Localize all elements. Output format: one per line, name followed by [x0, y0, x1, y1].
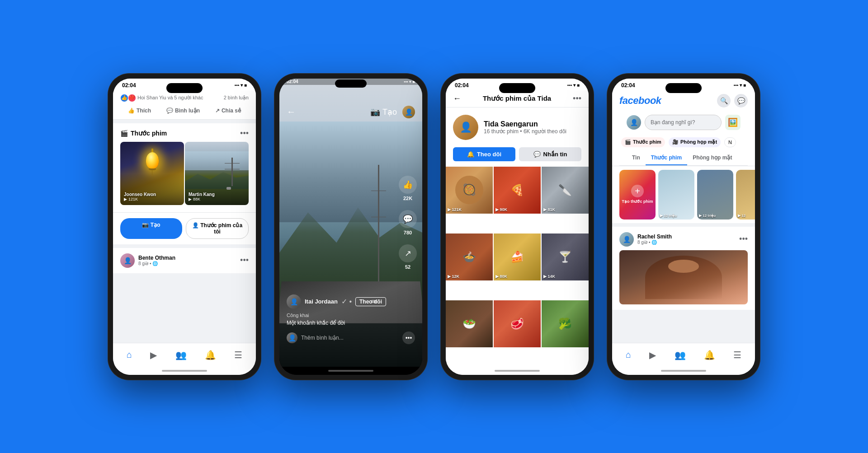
quick-reels[interactable]: 🎬 Thước phim — [621, 137, 665, 147]
nav-reels-1[interactable]: ▶ — [146, 348, 160, 362]
video-cell-9[interactable]: 🥦 — [542, 300, 589, 347]
side-actions: 👍 22K 💬 780 ↗ 52 — [399, 176, 417, 270]
back-button[interactable]: ← — [287, 107, 296, 117]
quick-rooms[interactable]: 🎥 Phòng họp mặt — [669, 137, 721, 147]
quick-more[interactable]: N — [724, 137, 736, 147]
post-preview: 👤 Bente Othman 8 giờ • 🌐 ••• — [113, 248, 256, 273]
phone-4-screen: 02:04 ▪▪▪ ▾ ■ facebook 🔍 💬 👤 — [612, 79, 755, 375]
my-reels-btn[interactable]: 👤 Thước phim của tôi — [186, 218, 249, 239]
dynamic-island-2 — [335, 79, 367, 88]
create-plus-icon: + — [631, 185, 644, 197]
profile-back-btn[interactable]: ← — [453, 94, 461, 103]
play-icon-1: ▶ — [124, 197, 127, 201]
reel1-views: ▶ 121K — [124, 197, 180, 201]
comment-placeholder[interactable]: Thêm bình luận... — [301, 335, 399, 341]
nav-reels-4[interactable]: ▶ — [646, 348, 660, 362]
rachel-meta: 8 giờ • 🌐 — [637, 240, 672, 245]
love-emoji: ❤️ — [128, 94, 136, 102]
profile-more-btn[interactable]: ••• — [573, 94, 581, 103]
reels-more-btn[interactable]: ••• — [240, 129, 249, 138]
nav-home-4[interactable]: ⌂ — [622, 348, 635, 362]
creator-avatar: 👤 — [287, 294, 301, 309]
share-action[interactable]: ↗ 52 — [399, 244, 417, 270]
nav-people-1[interactable]: 👥 — [172, 348, 190, 362]
nav-bell-4[interactable]: 🔔 — [700, 348, 719, 362]
like-button[interactable]: 👍 Thích — [128, 107, 151, 114]
post-username: Bente Othman — [138, 255, 175, 261]
status-icons-4: ▪▪▪ ▾ ■ — [734, 83, 746, 88]
video-cell-3[interactable]: 🔪 ▶ 81K — [542, 167, 589, 214]
bottom-nav-1: ⌂ ▶ 👥 🔔 ☰ — [113, 343, 256, 367]
phone-2-screen: 02:04 ▪▪▪ ▾ ■ ← 📷 Tạo 👤 — [279, 79, 422, 375]
nav-menu-4[interactable]: ☰ — [730, 348, 745, 362]
reels-section: 🎬 Thước phim ••• — [113, 123, 256, 244]
phone-3-screen: 02:04 ▪▪▪ ▾ ■ ← Thước phim của Tida ••• … — [446, 79, 589, 375]
rachel-post-more[interactable]: ••• — [739, 234, 748, 244]
camera-icon[interactable]: 📷 Tạo — [370, 107, 397, 117]
user-avatar-2[interactable]: 👤 — [402, 106, 415, 118]
what-thinking-bar: 👤 Bạn đang nghĩ gì? 🖼️ — [619, 111, 748, 134]
rachel-video-thumb[interactable] — [619, 250, 748, 304]
reels-top-area: 02:04 ▪▪▪ ▾ ■ — [279, 79, 422, 85]
share-count: 52 — [405, 264, 410, 270]
profile-avatar: 👤 — [453, 115, 478, 140]
comment-action[interactable]: 💬 780 — [399, 210, 417, 235]
phone-4-content: facebook 🔍 💬 👤 Bạn đang nghĩ gì? 🖼️ — [612, 90, 755, 343]
tab-feed[interactable]: Tin — [627, 151, 646, 165]
follow-button-2[interactable]: Theo dõi — [355, 297, 386, 306]
reel-preview-3[interactable]: ▶ 12 — [736, 170, 755, 219]
message-button[interactable]: 💬 Nhắn tin — [519, 147, 581, 161]
post-more-btn[interactable]: ••• — [240, 256, 249, 265]
create-reel-label: Tạo thước phim — [622, 199, 653, 204]
create-reel-card[interactable]: + Tạo thước phim — [619, 170, 656, 219]
comment-more-btn[interactable]: ••• — [402, 332, 415, 344]
comment-icon-circle: 💬 — [399, 210, 417, 228]
reel-preview-2[interactable]: ▶ 12 triệu — [697, 170, 733, 219]
reaction-text: Hoi Shan Yiu và 5 người khác — [137, 95, 203, 101]
tab-reels[interactable]: Thước phim — [646, 151, 687, 165]
video-cell-8[interactable]: 🥩 — [494, 300, 541, 347]
search-button[interactable]: 🔍 — [717, 94, 731, 107]
reels-section-title: 🎬 Thước phim — [120, 130, 167, 137]
follow-button-3[interactable]: 🔔 Theo dõi — [453, 147, 515, 161]
video-cell-4[interactable]: 🍲 ▶ 12K — [446, 234, 493, 280]
thinking-input[interactable]: Bạn đang nghĩ gì? — [645, 115, 722, 130]
share-button[interactable]: ↗ Chia sẻ — [215, 107, 241, 114]
like-action[interactable]: 👍 22K — [399, 176, 417, 201]
road-overlay: Martin Kang ▶ 88K — [185, 142, 249, 205]
creator-dot: ✓ • — [341, 297, 352, 306]
messenger-button[interactable]: 💬 — [734, 94, 748, 107]
nav-people-4[interactable]: 👥 — [671, 348, 689, 362]
phone-2-content: 02:04 ▪▪▪ ▾ ■ ← 📷 Tạo 👤 — [279, 79, 422, 367]
comment-button[interactable]: 💬 Bình luận — [166, 107, 200, 114]
fb-app-header: facebook 🔍 💬 👤 Bạn đang nghĩ gì? 🖼️ — [612, 90, 755, 166]
nav-home-1[interactable]: ⌂ — [123, 348, 136, 362]
phone-4: 02:04 ▪▪▪ ▾ ■ facebook 🔍 💬 👤 — [607, 73, 760, 380]
reaction-row: 👍 ❤️ Hoi Shan Yiu và 5 người khác 2 bình… — [120, 94, 249, 102]
reels-icon: 🎬 — [120, 130, 128, 137]
video-cell-7[interactable]: 🥗 — [446, 300, 493, 347]
reel-preview-1[interactable]: ▶ 12 triệu — [658, 170, 694, 219]
video-cell-5[interactable]: 🍰 ▶ 80K — [494, 234, 541, 280]
video-cell-6[interactable]: 🍸 ▶ 14K — [542, 234, 589, 280]
like-emoji: 👍 — [120, 94, 128, 102]
time-1: 02:04 — [122, 82, 136, 89]
like-icon: 👍 — [128, 107, 135, 114]
phone-3: 02:04 ▪▪▪ ▾ ■ ← Thước phim của Tida ••• … — [440, 73, 594, 380]
nav-bell-1[interactable]: 🔔 — [201, 348, 220, 362]
video-cell-1[interactable]: 🥘 ▶ 121K — [446, 167, 493, 214]
video-views-3: ▶ 81K — [543, 207, 555, 212]
tab-rooms[interactable]: Phòng họp mặt — [687, 151, 737, 165]
nav-menu-1[interactable]: ☰ — [231, 348, 246, 362]
reel-preview-views-2: ▶ 12 triệu — [699, 214, 716, 218]
phone-3-content: ← Thước phim của Tida ••• 👤 Tida Saengar… — [446, 90, 589, 367]
fb-header-icons: 🔍 💬 — [717, 94, 748, 107]
create-reel-btn[interactable]: 📷 Tạo — [120, 218, 182, 239]
photo-icon[interactable]: 🖼️ — [725, 115, 741, 130]
rachel-name: Rachel Smith — [637, 234, 672, 240]
reel-thumb-1[interactable]: Joonseo Kwon ▶ 121K — [120, 142, 184, 205]
dynamic-island-4 — [665, 83, 702, 93]
video-cell-2[interactable]: 🍕 ▶ 90K — [494, 167, 541, 214]
home-indicator-4 — [612, 367, 755, 375]
reel-thumb-2[interactable]: Martin Kang ▶ 88K — [185, 142, 249, 205]
